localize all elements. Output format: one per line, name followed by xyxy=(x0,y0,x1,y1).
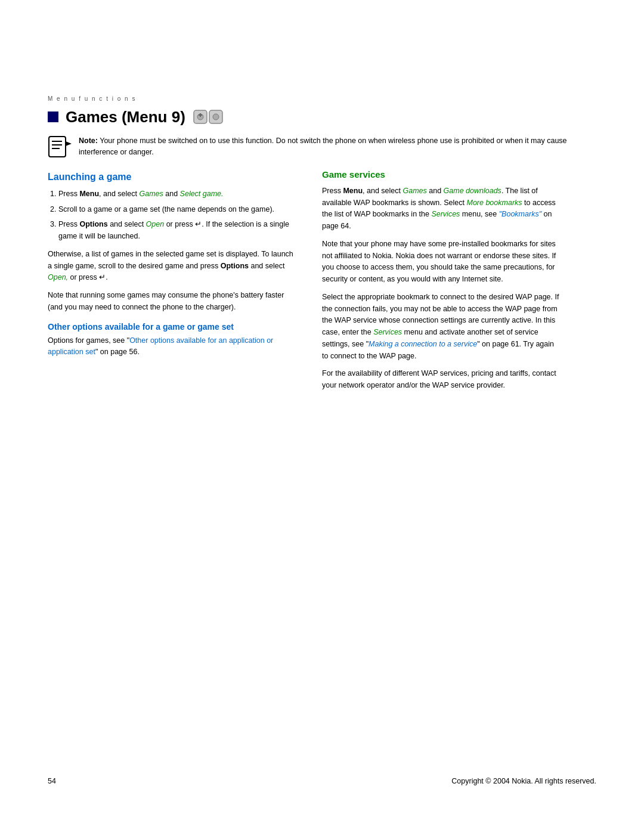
note-text: Note: Your phone must be switched on to … xyxy=(79,135,596,159)
page-title-row: Games (Menu 9) xyxy=(48,107,596,127)
right-column: Game services Press Menu, and select Gam… xyxy=(322,169,561,398)
footer: 54 Copyright © 2004 Nokia. All rights re… xyxy=(48,775,596,785)
step-1: Press Menu, and select Games and Select … xyxy=(58,188,298,200)
other-options-link[interactable]: Other options available for an applicati… xyxy=(48,336,273,357)
left-column: Launching a game Press Menu, and select … xyxy=(48,169,298,398)
title-square-icon xyxy=(48,112,58,122)
menu-label: M e n u f u n c t i o n s xyxy=(48,95,596,102)
other-options-heading: Other options available for a game or ga… xyxy=(48,322,298,332)
para-battery: Note that running some games may consume… xyxy=(48,290,298,314)
game-services-para4: For the availability of different WAP se… xyxy=(322,368,561,392)
game-services-para3: Select the appropriate bookmark to conne… xyxy=(322,292,561,363)
svg-rect-6 xyxy=(49,137,66,157)
game-services-para1: Press Menu, and select Games and Game do… xyxy=(322,185,561,233)
svg-marker-7 xyxy=(66,141,72,146)
para-otherwise: Otherwise, a list of games in the select… xyxy=(48,249,298,284)
game-controller-icon xyxy=(193,107,224,127)
page: M e n u f u n c t i o n s Games (Menu 9) xyxy=(0,0,644,833)
svg-point-3 xyxy=(213,114,219,120)
note-body: Your phone must be switched on to use th… xyxy=(79,137,567,156)
making-connection-link[interactable]: Making a connection to a service xyxy=(369,340,477,348)
step-2: Scroll to a game or a game set (the name… xyxy=(58,204,298,216)
two-column-layout: Launching a game Press Menu, and select … xyxy=(48,169,596,398)
svg-rect-5 xyxy=(200,113,201,117)
game-services-heading: Game services xyxy=(322,169,561,179)
launching-heading: Launching a game xyxy=(48,172,298,182)
note-icon xyxy=(48,135,73,158)
page-title: Games (Menu 9) xyxy=(48,108,185,126)
footer-copyright: Copyright © 2004 Nokia. All rights reser… xyxy=(451,777,596,785)
step-3: Press Options and select Open or press ↵… xyxy=(58,219,298,243)
note-label: Note: xyxy=(79,137,98,145)
note-box: Note: Your phone must be switched on to … xyxy=(48,135,596,159)
footer-page-number: 54 xyxy=(48,777,56,785)
steps-list: Press Menu, and select Games and Select … xyxy=(58,188,298,243)
other-options-text: Options for games, see "Other options av… xyxy=(48,335,298,359)
game-services-para2: Note that your phone may have some pre-i… xyxy=(322,239,561,286)
